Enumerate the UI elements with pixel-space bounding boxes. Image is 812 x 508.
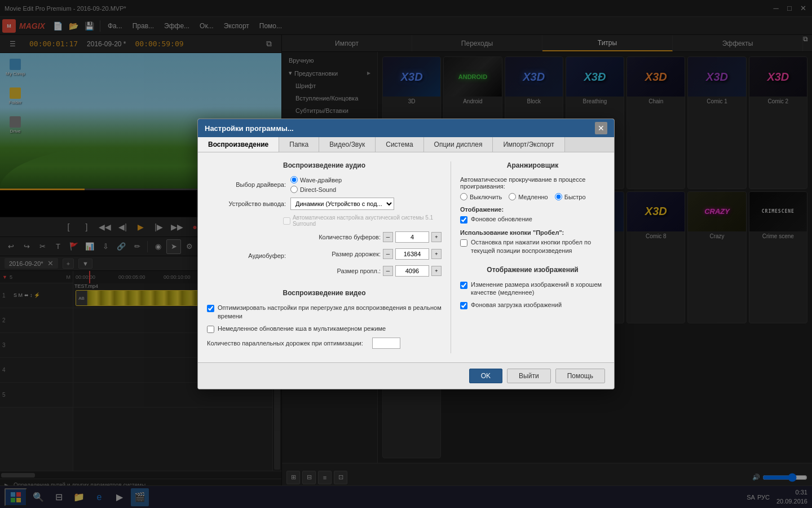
dialog-close-button[interactable]: ✕	[595, 122, 607, 134]
dialog-tab-playback[interactable]: Воспроизведение	[198, 137, 279, 152]
wave-driver-option[interactable]: Wave-драйвер	[290, 176, 342, 183]
settings-dialog: Настройки программы... ✕ Воспроизведение…	[197, 119, 615, 389]
buf-count-input[interactable]	[395, 231, 429, 243]
space-label: Использование кнопки "Пробел":	[460, 229, 605, 236]
cancel-button[interactable]: Выйти	[507, 369, 551, 383]
surround-row: Автоматическая настройка акустической си…	[207, 214, 442, 227]
parallel-label: Количество параллельных дорожек при опти…	[207, 340, 363, 347]
driver-row: Выбор драйвера: Wave-драйвер Direct-Soun…	[207, 176, 442, 193]
bg-update-row: Фоновое обновление	[460, 215, 605, 224]
scroll-slow-option[interactable]: Медленно	[509, 193, 548, 200]
gap-size-label: Размер пропл.:	[290, 268, 381, 274]
direct-sound-radio[interactable]	[290, 186, 298, 193]
fast-cache-label: Немедленное обновление кша в мультикамер…	[218, 325, 386, 332]
optimize-checkbox[interactable]	[207, 305, 214, 312]
dialog-overlay: Настройки программы... ✕ Воспроизведение…	[0, 0, 812, 508]
fast-cache-checkbox[interactable]	[207, 326, 214, 333]
wave-driver-radio[interactable]	[290, 176, 298, 183]
output-row: Устройство вывода: Динамики (Устройство …	[207, 198, 442, 210]
scroll-slow-radio[interactable]	[509, 193, 516, 200]
buf-size-input[interactable]	[395, 248, 429, 260]
settings-left: Воспроизведение аудио Выбор драйвера: Wa…	[207, 161, 442, 353]
resize-label: Изменение размера изображений в хорошем …	[471, 281, 605, 297]
bg-update-checkbox[interactable]	[460, 216, 467, 224]
help-button[interactable]: Помощь	[555, 369, 605, 383]
buffer-label: Аудиобуфер:	[207, 252, 286, 259]
buf-count-minus[interactable]: ─	[383, 232, 393, 242]
parallel-input[interactable]	[372, 338, 400, 349]
scroll-slow-label: Медленно	[518, 194, 548, 200]
buffer-section: Аудиобуфер: Количество буферов: ─ + Разм…	[207, 231, 442, 280]
ok-button[interactable]: OK	[469, 369, 502, 383]
buf-size-minus[interactable]: ─	[383, 249, 393, 259]
wave-driver-label: Wave-драйвер	[300, 177, 342, 183]
arranger-section-title: Аранжировщик	[460, 161, 605, 169]
gap-size-minus[interactable]: ─	[383, 266, 393, 276]
scroll-off-option[interactable]: Выключить	[460, 193, 502, 200]
bg-load-label: Фоновая загрузка изображений	[471, 301, 562, 309]
surround-checkbox[interactable]: Автоматическая настройка акустической си…	[283, 214, 442, 227]
scroll-fast-option[interactable]: Быстро	[555, 193, 586, 200]
scroll-off-label: Выключить	[470, 194, 502, 200]
dialog-tab-display[interactable]: Опции дисплея	[424, 137, 493, 152]
settings-right: Аранжировщик Автоматическое прокручивани…	[460, 161, 605, 353]
images-section-title: Отображение изображений	[460, 266, 605, 274]
fast-cache-row: Немедленное обновление кша в мультикамер…	[207, 325, 442, 333]
buffer-count-row: Количество буферов: ─ +	[290, 231, 442, 243]
audio-section-title: Воспроизведение аудио	[207, 161, 442, 169]
buf-count-plus[interactable]: +	[431, 232, 442, 242]
scroll-label: Автоматическое прокручивание в процессе …	[460, 176, 605, 190]
resize-row: Изменение размера изображений в хорошем …	[460, 281, 605, 297]
dialog-tab-video[interactable]: Видео/Звук	[319, 137, 376, 152]
dialog-tab-system[interactable]: Система	[376, 137, 423, 152]
resize-checkbox[interactable]	[460, 282, 467, 289]
optimize-row: Оптимизировать настройки при перегрузке …	[207, 304, 442, 320]
direct-sound-label: Direct-Sound	[300, 186, 336, 193]
output-select[interactable]: Динамики (Устройство с под...	[290, 198, 394, 210]
dialog-title-bar: Настройки программы... ✕	[198, 119, 614, 137]
gap-size-row: Размер пропл.: ─ +	[290, 265, 442, 277]
gap-size-input[interactable]	[395, 265, 429, 277]
bg-update-label: Фоновое обновление	[471, 215, 532, 223]
driver-label: Выбор драйвера:	[207, 181, 286, 188]
scroll-fast-label: Быстро	[564, 194, 586, 200]
dialog-content: Воспроизведение аудио Выбор драйвера: Wa…	[198, 152, 614, 362]
optimize-label: Оптимизировать настройки при перегрузке …	[218, 304, 442, 320]
direct-sound-option[interactable]: Direct-Sound	[290, 186, 342, 193]
buf-count-label: Количество буферов:	[290, 234, 381, 240]
bg-load-row: Фоновая загрузка изображений	[460, 301, 605, 309]
dialog-tab-import[interactable]: Импорт/Экспорт	[493, 137, 564, 152]
bg-load-checkbox[interactable]	[460, 302, 467, 309]
dialog-footer: OK Выйти Помощь	[198, 362, 614, 389]
space-checkbox[interactable]	[460, 239, 467, 247]
surround-label: Автоматическая настройка акустической си…	[293, 214, 442, 227]
parallel-row: Количество параллельных дорожек при опти…	[207, 338, 442, 349]
scroll-off-radio[interactable]	[460, 193, 467, 200]
space-row: Остановка при нажатии кнопки пробел по т…	[460, 238, 605, 255]
buf-size-label: Размер дорожек:	[290, 251, 381, 257]
buf-size-row: Размер дорожек: ─ +	[290, 248, 442, 260]
scroll-fast-radio[interactable]	[555, 193, 562, 200]
display-label: Отображение:	[460, 206, 605, 213]
buf-size-plus[interactable]: +	[431, 249, 442, 259]
gap-size-plus[interactable]: +	[431, 266, 442, 276]
space-desc: Остановка при нажатии кнопки пробел по т…	[471, 238, 605, 255]
output-label: Устройство вывода:	[207, 200, 286, 207]
scroll-options: Выключить Медленно Быстро	[460, 193, 605, 200]
dialog-tabs: Воспроизведение Папка Видео/Звук Система…	[198, 137, 614, 152]
dialog-title: Настройки программы...	[205, 124, 294, 133]
dialog-tab-folder[interactable]: Папка	[279, 137, 319, 152]
video-section-title: Воспроизведение видео	[207, 289, 442, 297]
dialog-divider	[451, 161, 451, 353]
